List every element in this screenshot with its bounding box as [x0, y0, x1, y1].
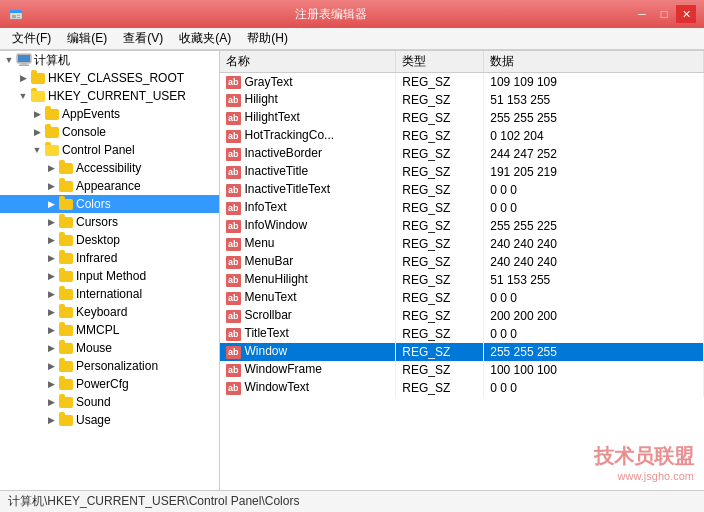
table-row[interactable]: abMenuBarREG_SZ240 240 240 [220, 253, 704, 271]
table-row[interactable]: abWindowREG_SZ255 255 255 [220, 343, 704, 361]
table-row[interactable]: abScrollbarREG_SZ200 200 200 [220, 307, 704, 325]
expand-icon: ▶ [44, 161, 58, 175]
folder-icon [30, 70, 46, 86]
tree-item-console[interactable]: ▶ Console [0, 123, 219, 141]
table-row[interactable]: abTitleTextREG_SZ0 0 0 [220, 325, 704, 343]
tree-item-international[interactable]: ▶ International [0, 285, 219, 303]
tree-item-appearance[interactable]: ▶ Appearance [0, 177, 219, 195]
watermark-line1: 技术员联盟 [594, 443, 694, 470]
minimize-button[interactable]: ─ [632, 5, 652, 23]
tree-label: Accessibility [76, 161, 141, 175]
window-controls: ─ □ ✕ [632, 5, 696, 23]
watermark-line2: www.jsgho.com [594, 470, 694, 482]
cell-type: REG_SZ [396, 91, 484, 109]
table-row[interactable]: abInactiveTitleTextREG_SZ0 0 0 [220, 181, 704, 199]
table-row[interactable]: abMenuTextREG_SZ0 0 0 [220, 289, 704, 307]
table-panel[interactable]: 名称 类型 数据 abGrayTextREG_SZ109 109 109abHi… [220, 51, 704, 490]
tree-item-mouse[interactable]: ▶ Mouse [0, 339, 219, 357]
cell-data: 0 0 0 [484, 181, 704, 199]
expand-icon: ▶ [30, 107, 44, 121]
tree-item-input-method[interactable]: ▶ Input Method [0, 267, 219, 285]
cell-data: 255 255 255 [484, 109, 704, 127]
cell-data: 0 0 0 [484, 379, 704, 397]
cell-type: REG_SZ [396, 307, 484, 325]
col-name[interactable]: 名称 [220, 51, 396, 73]
cell-name: abInfoWindow [220, 217, 396, 235]
menu-file[interactable]: 文件(F) [4, 28, 59, 49]
tree-item-keyboard[interactable]: ▶ Keyboard [0, 303, 219, 321]
maximize-button[interactable]: □ [654, 5, 674, 23]
tree-panel[interactable]: ▼ 计算机 ▶ HKEY_CLASSES_ROOT ▼ [0, 51, 220, 490]
tree-item-infrared[interactable]: ▶ Infrared [0, 249, 219, 267]
table-row[interactable]: abGrayTextREG_SZ109 109 109 [220, 73, 704, 91]
col-type[interactable]: 类型 [396, 51, 484, 73]
folder-open-icon [44, 142, 60, 158]
expand-icon: ▼ [16, 89, 30, 103]
table-row[interactable]: abMenuREG_SZ240 240 240 [220, 235, 704, 253]
cell-type: REG_SZ [396, 217, 484, 235]
cell-data: 240 240 240 [484, 253, 704, 271]
tree-item-desktop[interactable]: ▶ Desktop [0, 231, 219, 249]
tree-item-sound[interactable]: ▶ Sound [0, 393, 219, 411]
tree-item-appevents[interactable]: ▶ AppEvents [0, 105, 219, 123]
cell-name: abHotTrackingCo... [220, 127, 396, 145]
menu-favorites[interactable]: 收藏夹(A) [171, 28, 239, 49]
tree-label: Personalization [76, 359, 158, 373]
tree-item-usage[interactable]: ▶ Usage [0, 411, 219, 429]
folder-icon [58, 376, 74, 392]
cell-type: REG_SZ [396, 181, 484, 199]
table-row[interactable]: abHotTrackingCo...REG_SZ0 102 204 [220, 127, 704, 145]
expand-icon: ▶ [44, 341, 58, 355]
table-row[interactable]: abInfoTextREG_SZ0 0 0 [220, 199, 704, 217]
tree-item-personalization[interactable]: ▶ Personalization [0, 357, 219, 375]
cell-name: abTitleText [220, 325, 396, 343]
table-row[interactable]: abMenuHilightREG_SZ51 153 255 [220, 271, 704, 289]
tree-item-mmcpl[interactable]: ▶ MMCPL [0, 321, 219, 339]
tree-item-powercfg[interactable]: ▶ PowerCfg [0, 375, 219, 393]
expand-icon: ▶ [44, 197, 58, 211]
table-row[interactable]: abHilightTextREG_SZ255 255 255 [220, 109, 704, 127]
svg-rect-6 [18, 55, 30, 62]
cell-name: abInactiveBorder [220, 145, 396, 163]
menu-view[interactable]: 查看(V) [115, 28, 171, 49]
tree-item-cursors[interactable]: ▶ Cursors [0, 213, 219, 231]
cell-name: abInfoText [220, 199, 396, 217]
table-row[interactable]: abInfoWindowREG_SZ255 255 225 [220, 217, 704, 235]
tree-label: HKEY_CURRENT_USER [48, 89, 186, 103]
cell-name: abMenu [220, 235, 396, 253]
table-row[interactable]: abWindowFrameREG_SZ100 100 100 [220, 361, 704, 379]
tree-item-accessibility[interactable]: ▶ Accessibility [0, 159, 219, 177]
svg-rect-4 [17, 17, 20, 18]
table-row[interactable]: abHilightREG_SZ51 153 255 [220, 91, 704, 109]
cell-data: 100 100 100 [484, 361, 704, 379]
registry-table: 名称 类型 数据 abGrayTextREG_SZ109 109 109abHi… [220, 51, 704, 397]
cell-name: abMenuBar [220, 253, 396, 271]
tree-item-hkey-current-user[interactable]: ▼ HKEY_CURRENT_USER [0, 87, 219, 105]
table-row[interactable]: abInactiveTitleREG_SZ191 205 219 [220, 163, 704, 181]
col-data[interactable]: 数据 [484, 51, 704, 73]
tree-item-colors[interactable]: ▶ Colors [0, 195, 219, 213]
folder-icon [58, 232, 74, 248]
table-row[interactable]: abWindowTextREG_SZ0 0 0 [220, 379, 704, 397]
tree-label: International [76, 287, 142, 301]
table-row[interactable]: abInactiveBorderREG_SZ244 247 252 [220, 145, 704, 163]
menu-edit[interactable]: 编辑(E) [59, 28, 115, 49]
expand-icon: ▶ [44, 377, 58, 391]
folder-icon [58, 250, 74, 266]
tree-item-computer[interactable]: ▼ 计算机 [0, 51, 219, 69]
close-button[interactable]: ✕ [676, 5, 696, 23]
tree-item-control-panel[interactable]: ▼ Control Panel [0, 141, 219, 159]
expand-icon: ▶ [44, 413, 58, 427]
cell-data: 0 102 204 [484, 127, 704, 145]
cell-name: abWindow [220, 343, 396, 361]
tree-label: AppEvents [62, 107, 120, 121]
expand-icon: ▶ [44, 359, 58, 373]
cell-type: REG_SZ [396, 289, 484, 307]
tree-item-hkey-classes-root[interactable]: ▶ HKEY_CLASSES_ROOT [0, 69, 219, 87]
cell-type: REG_SZ [396, 109, 484, 127]
expand-icon: ▶ [44, 179, 58, 193]
expand-icon: ▶ [44, 251, 58, 265]
tree-label: Sound [76, 395, 111, 409]
cell-type: REG_SZ [396, 73, 484, 91]
menu-help[interactable]: 帮助(H) [239, 28, 296, 49]
